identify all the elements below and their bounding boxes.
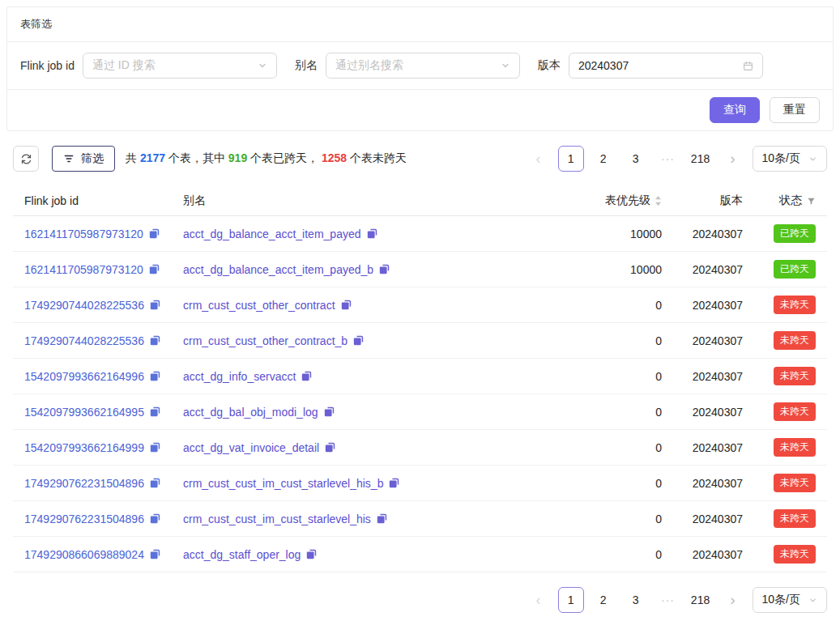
alias-link[interactable]: crm_cust_cust_im_cust_starlevel_his_b bbox=[183, 477, 383, 490]
job-id-link[interactable]: 1749290762231504896 bbox=[24, 513, 144, 525]
priority-cell: 0 bbox=[565, 370, 662, 383]
alias-link[interactable]: acct_dg_bal_obj_modi_log bbox=[183, 406, 318, 419]
page-size-value: 10条/页 bbox=[762, 593, 800, 607]
header-priority[interactable]: 表优先级 bbox=[565, 194, 662, 208]
job-id-link[interactable]: 1621411705987973120 bbox=[24, 228, 143, 240]
copy-icon[interactable] bbox=[389, 478, 399, 488]
alias-link[interactable]: crm_cust_cust_other_contract bbox=[183, 299, 335, 312]
pagination-page-last[interactable]: 218 bbox=[688, 587, 714, 613]
status-badge: 未跨天 bbox=[774, 509, 816, 527]
copy-icon[interactable] bbox=[367, 228, 377, 239]
pagination-page-2[interactable]: 2 bbox=[591, 587, 616, 613]
copy-icon[interactable] bbox=[306, 549, 317, 559]
table-row: 1749290744028225536 crm_cust_cust_other_… bbox=[13, 323, 827, 359]
page-size-select[interactable]: 10条/页 bbox=[753, 146, 827, 172]
alias-link[interactable]: acct_dg_balance_acct_item_payed_b bbox=[183, 263, 373, 276]
chevron-down-icon bbox=[808, 155, 817, 164]
table-row: 1749290762231504896 crm_cust_cust_im_cus… bbox=[13, 501, 827, 537]
summary-uncrossed-count: 1258 bbox=[322, 151, 347, 164]
pagination-prev[interactable]: ‹ bbox=[526, 587, 552, 613]
pagination-next[interactable]: › bbox=[720, 587, 746, 613]
copy-icon[interactable] bbox=[150, 549, 160, 559]
table-row: 1749290866069889024 acct_dg_staff_oper_l… bbox=[13, 537, 827, 572]
chevron-down-icon bbox=[258, 61, 267, 70]
field-flink-job-id: Flink job id 通过 ID 搜索 bbox=[20, 53, 277, 79]
field-alias: 别名 通过别名搜索 bbox=[295, 53, 520, 79]
copy-icon[interactable] bbox=[150, 406, 160, 417]
job-id-link[interactable]: 1542097993662164995 bbox=[24, 406, 144, 419]
job-id-link[interactable]: 1542097993662164996 bbox=[24, 370, 144, 383]
alias-placeholder: 通过别名搜索 bbox=[335, 58, 403, 73]
filter-fields-row: Flink job id 通过 ID 搜索 别名 通过别名搜索 bbox=[7, 42, 833, 90]
version-cell: 20240307 bbox=[662, 299, 743, 312]
copy-icon[interactable] bbox=[379, 264, 390, 274]
copy-icon[interactable] bbox=[324, 406, 335, 417]
alias-link[interactable]: acct_dg_staff_oper_log bbox=[183, 548, 301, 561]
copy-icon[interactable] bbox=[150, 300, 160, 310]
flink-job-id-select[interactable]: 通过 ID 搜索 bbox=[83, 53, 277, 79]
job-id-link[interactable]: 1749290866069889024 bbox=[24, 548, 144, 561]
version-date-input[interactable]: 20240307 bbox=[569, 53, 763, 79]
pagination-prev[interactable]: ‹ bbox=[526, 146, 552, 172]
version-cell: 20240307 bbox=[662, 334, 743, 347]
alias-link[interactable]: crm_cust_cust_im_cust_starlevel_his bbox=[183, 513, 371, 525]
filter-toggle-button[interactable]: 筛选 bbox=[52, 146, 115, 172]
priority-cell: 0 bbox=[565, 548, 662, 561]
copy-icon[interactable] bbox=[149, 264, 160, 274]
alias-link[interactable]: crm_cust_cust_other_contract_b bbox=[183, 334, 348, 347]
job-id-link[interactable]: 1749290762231504896 bbox=[24, 477, 144, 490]
copy-icon[interactable] bbox=[301, 371, 312, 381]
pagination-ellipsis[interactable]: ··· bbox=[655, 587, 681, 613]
sort-icon[interactable] bbox=[655, 195, 662, 206]
search-button[interactable]: 查询 bbox=[710, 97, 760, 123]
header-job-id: Flink job id bbox=[24, 194, 183, 207]
copy-icon[interactable] bbox=[377, 513, 387, 524]
copy-icon[interactable] bbox=[325, 442, 335, 453]
pagination-next[interactable]: › bbox=[720, 146, 746, 172]
copy-icon[interactable] bbox=[353, 335, 364, 346]
summary-mid1: 个表，其中 bbox=[165, 151, 228, 164]
pagination-ellipsis[interactable]: ··· bbox=[655, 146, 681, 172]
copy-icon[interactable] bbox=[150, 442, 160, 453]
copy-icon[interactable] bbox=[150, 478, 160, 488]
table-row: 1542097993662164996 acct_dg_info_servacc… bbox=[13, 359, 827, 394]
refresh-button[interactable] bbox=[13, 146, 39, 172]
job-id-link[interactable]: 1749290744028225536 bbox=[24, 334, 144, 347]
column-filter-icon[interactable] bbox=[807, 197, 816, 206]
copy-icon[interactable] bbox=[150, 513, 160, 524]
copy-icon[interactable] bbox=[150, 371, 160, 381]
table-row: 1621411705987973120 acct_dg_balance_acct… bbox=[13, 216, 827, 252]
status-badge: 未跨天 bbox=[774, 296, 816, 313]
header-version: 版本 bbox=[662, 194, 743, 208]
filter-actions-row: 查询 重置 bbox=[7, 90, 833, 130]
header-status: 状态 bbox=[743, 194, 816, 208]
alias-select[interactable]: 通过别名搜索 bbox=[326, 53, 520, 79]
status-badge: 未跨天 bbox=[774, 331, 816, 349]
job-id-link[interactable]: 1542097993662164999 bbox=[24, 441, 144, 454]
version-cell: 20240307 bbox=[662, 406, 743, 419]
page-size-select[interactable]: 10条/页 bbox=[753, 587, 827, 613]
pagination-page-1[interactable]: 1 bbox=[558, 146, 584, 172]
pagination-page-2[interactable]: 2 bbox=[591, 146, 616, 172]
version-cell: 20240307 bbox=[662, 228, 743, 240]
job-id-link[interactable]: 1621411705987973120 bbox=[24, 263, 143, 276]
table-row: 1749290762231504896 crm_cust_cust_im_cus… bbox=[13, 466, 827, 501]
chevron-down-icon bbox=[501, 61, 510, 70]
refresh-icon bbox=[20, 153, 32, 165]
alias-link[interactable]: acct_dg_vat_invoice_detail bbox=[183, 441, 319, 454]
copy-icon[interactable] bbox=[150, 335, 160, 346]
priority-cell: 10000 bbox=[565, 263, 662, 276]
job-id-link[interactable]: 1749290744028225536 bbox=[24, 299, 144, 312]
status-badge: 已跨天 bbox=[774, 260, 816, 278]
reset-button[interactable]: 重置 bbox=[770, 97, 820, 123]
copy-icon[interactable] bbox=[341, 300, 352, 310]
alias-link[interactable]: acct_dg_balance_acct_item_payed bbox=[183, 228, 361, 240]
pagination-page-1[interactable]: 1 bbox=[558, 587, 584, 613]
table-row: 1542097993662164995 acct_dg_bal_obj_modi… bbox=[13, 394, 827, 430]
alias-link[interactable]: acct_dg_info_servacct bbox=[183, 370, 296, 383]
pagination-page-3[interactable]: 3 bbox=[623, 587, 649, 613]
pagination-page-last[interactable]: 218 bbox=[688, 146, 714, 172]
flink-job-id-label: Flink job id bbox=[20, 59, 75, 72]
pagination-page-3[interactable]: 3 bbox=[623, 146, 649, 172]
copy-icon[interactable] bbox=[149, 228, 160, 239]
